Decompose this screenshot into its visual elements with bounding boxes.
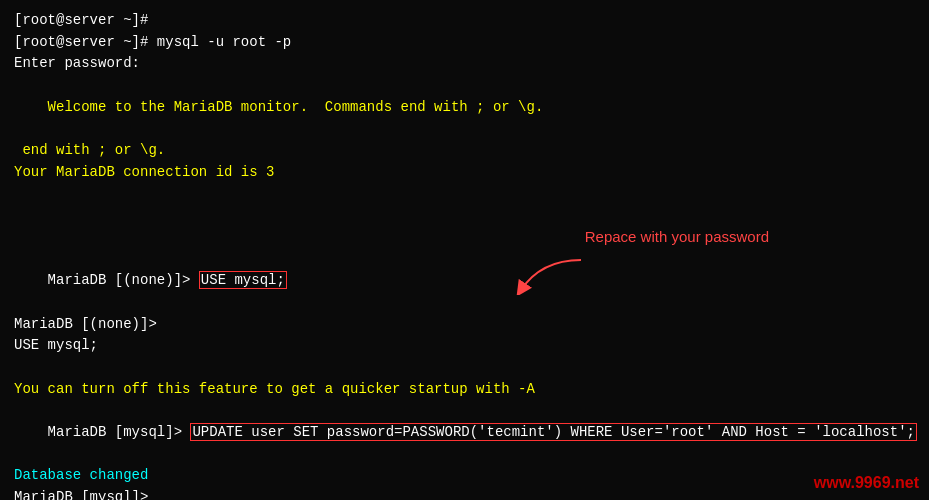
prompt-none: MariaDB [(none)]> (48, 272, 199, 288)
line-blank-1 (14, 184, 915, 206)
line-reading-table: MariaDB [(none)]> (14, 314, 915, 336)
line-1: [root@server ~]# (14, 10, 915, 32)
line-db-changed: You can turn off this feature to get a q… (14, 379, 915, 401)
line-4: Welcome to the MariaDB monitor. Commands… (14, 75, 915, 140)
commands-text: Commands (325, 99, 392, 115)
line-6: Your MariaDB connection id is 3 (14, 162, 915, 184)
line-2: [root@server ~]# mysql -u root -p (14, 32, 915, 54)
line-use-mysql: MariaDB [(none)]> USE mysql; (14, 249, 915, 314)
welcome-text: Welcome to the MariaDB monitor. (48, 99, 325, 115)
annotation-arrow (511, 255, 591, 295)
line-blank-3 (14, 227, 915, 249)
line-query-ok-1: Database changed (14, 465, 915, 487)
prompt-mysql-1: MariaDB [mysql]> (48, 424, 191, 440)
watermark: www.9969.net (814, 474, 919, 492)
line-blank-4 (14, 357, 915, 379)
line-turn-off: USE mysql; (14, 335, 915, 357)
line-update: MariaDB [mysql]> UPDATE user SET passwor… (14, 400, 915, 465)
line-blank-2 (14, 205, 915, 227)
end-with-text: end with ; or \g. (392, 99, 543, 115)
line-3: Enter password: (14, 53, 915, 75)
line-5: end with ; or \g. (14, 140, 915, 162)
cmd-use-mysql: USE mysql; (199, 271, 287, 289)
line-rows-matched: MariaDB [mysql]> (14, 487, 915, 500)
cmd-update: UPDATE user SET password=PASSWORD('tecmi… (190, 423, 917, 441)
terminal-window: [root@server ~]# [root@server ~]# mysql … (0, 0, 929, 500)
annotation-text: Repace with your password (585, 228, 769, 245)
